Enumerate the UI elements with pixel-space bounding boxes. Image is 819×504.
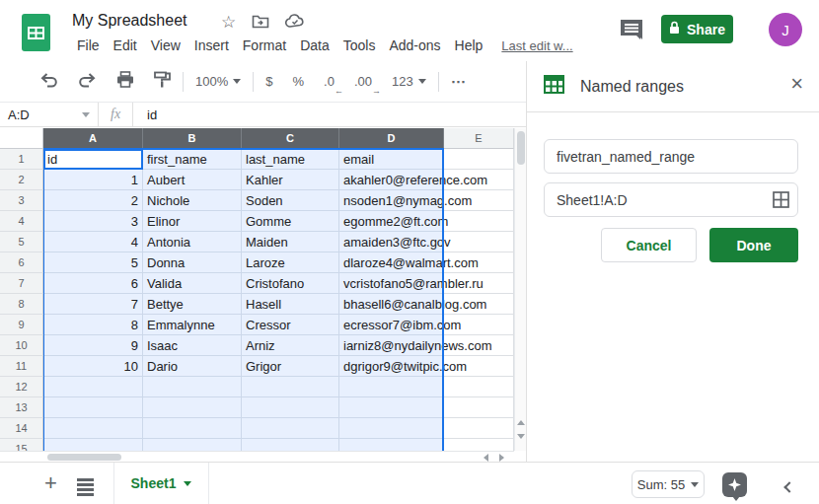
row-header-6[interactable]: 6 — [0, 252, 43, 273]
row-header-10[interactable]: 10 — [0, 335, 43, 356]
vertical-scrollbar-thumb[interactable] — [517, 131, 525, 165]
cell-D6[interactable]: dlaroze4@walmart.com — [339, 252, 444, 273]
cell-E13[interactable] — [444, 397, 514, 418]
row-header-13[interactable]: 13 — [0, 397, 43, 418]
cell-D4[interactable]: egomme2@ft.com — [339, 211, 444, 232]
column-header-A[interactable]: A — [43, 128, 143, 149]
menu-item-file[interactable]: File — [70, 36, 107, 55]
cell-A1[interactable]: id — [43, 149, 143, 170]
cell-B1[interactable]: first_name — [143, 149, 242, 170]
cell-D2[interactable]: akahler0@reference.com — [339, 170, 444, 190]
menu-item-edit[interactable]: Edit — [107, 36, 144, 55]
horizontal-scrollbar[interactable] — [0, 451, 514, 462]
column-header-C[interactable]: C — [242, 128, 339, 149]
cell-D5[interactable]: amaiden3@ftc.gov — [339, 232, 444, 252]
range-name-input[interactable] — [544, 139, 798, 174]
paint-format-icon[interactable] — [154, 71, 171, 92]
cell-A14[interactable] — [43, 418, 143, 439]
cell-D14[interactable] — [339, 418, 444, 439]
cell-D3[interactable]: nsoden1@nymag.com — [339, 190, 444, 211]
cell-D10[interactable]: iarniz8@nydailynews.com — [339, 335, 444, 356]
close-icon[interactable]: × — [790, 73, 803, 95]
row-header-1[interactable]: 1 — [0, 149, 43, 170]
row-header-3[interactable]: 3 — [0, 190, 43, 211]
cell-B8[interactable]: Bettye — [143, 294, 242, 315]
cell-A10[interactable]: 9 — [43, 335, 143, 356]
cell-E14[interactable] — [444, 418, 514, 439]
share-button[interactable]: Share — [661, 15, 733, 43]
last-edit-link[interactable]: Last edit w... — [497, 36, 576, 55]
zoom-select[interactable]: 100% — [195, 74, 241, 89]
column-header-B[interactable]: B — [143, 128, 242, 149]
menu-item-help[interactable]: Help — [448, 36, 490, 55]
name-box[interactable]: A:D — [0, 103, 99, 126]
cell-D13[interactable] — [339, 397, 444, 418]
cell-B13[interactable] — [143, 397, 242, 418]
row-header-9[interactable]: 9 — [0, 315, 43, 335]
cell-C2[interactable]: Kahler — [242, 170, 339, 190]
scroll-up-icon[interactable] — [517, 420, 525, 425]
cell-D9[interactable]: ecressor7@ibm.com — [339, 315, 444, 335]
cell-C6[interactable]: Laroze — [242, 252, 339, 273]
cell-E1[interactable] — [444, 149, 514, 170]
select-data-range-icon[interactable] — [773, 191, 789, 212]
cell-D11[interactable]: dgrigor9@twitpic.com — [339, 356, 444, 377]
undo-icon[interactable] — [39, 72, 58, 92]
cell-B3[interactable]: Nichole — [143, 190, 242, 211]
account-avatar[interactable]: J — [769, 13, 802, 46]
add-sheet-icon[interactable]: + — [44, 470, 57, 496]
cell-C12[interactable] — [242, 377, 339, 397]
row-header-12[interactable]: 12 — [0, 377, 43, 397]
increase-decimal-button[interactable]: .00→ — [354, 74, 372, 89]
sheets-logo-icon[interactable] — [21, 13, 51, 56]
row-header-5[interactable]: 5 — [0, 232, 43, 252]
sum-badge[interactable]: Sum: 55 — [632, 470, 705, 498]
scroll-right-icon[interactable] — [499, 454, 504, 462]
cell-B7[interactable]: Valida — [143, 273, 242, 294]
cell-C11[interactable]: Grigor — [242, 356, 339, 377]
row-header-7[interactable]: 7 — [0, 273, 43, 294]
row-header-8[interactable]: 8 — [0, 294, 43, 315]
cell-B12[interactable] — [143, 377, 242, 397]
explore-button[interactable] — [722, 472, 747, 497]
decrease-decimal-button[interactable]: .0← — [324, 74, 335, 89]
cell-C13[interactable] — [242, 397, 339, 418]
cancel-button[interactable]: Cancel — [601, 228, 697, 262]
cell-D8[interactable]: bhasell6@canalblog.com — [339, 294, 444, 315]
vertical-scrollbar[interactable] — [514, 128, 526, 451]
row-header-14[interactable]: 14 — [0, 418, 43, 439]
cell-C1[interactable]: last_name — [242, 149, 339, 170]
column-header-D[interactable]: D — [339, 128, 444, 149]
cell-E12[interactable] — [444, 377, 514, 397]
cell-A7[interactable]: 6 — [43, 273, 143, 294]
cell-E5[interactable] — [444, 232, 514, 252]
scroll-down-icon[interactable] — [517, 434, 525, 439]
cell-B10[interactable]: Isaac — [143, 335, 242, 356]
cell-A3[interactable]: 2 — [43, 190, 143, 211]
menu-item-insert[interactable]: Insert — [187, 36, 236, 55]
cell-C14[interactable] — [242, 418, 339, 439]
cell-A2[interactable]: 1 — [43, 170, 143, 190]
row-header-4[interactable]: 4 — [0, 211, 43, 232]
cell-D7[interactable]: vcristofano5@rambler.ru — [339, 273, 444, 294]
cell-A9[interactable]: 8 — [43, 315, 143, 335]
move-folder-icon[interactable] — [252, 14, 269, 34]
range-reference-input[interactable] — [544, 182, 798, 217]
cell-B6[interactable]: Donna — [143, 252, 242, 273]
cloud-status-icon[interactable] — [285, 14, 305, 34]
cell-C4[interactable]: Gomme — [242, 211, 339, 232]
format-percent-button[interactable]: % — [292, 74, 304, 89]
cell-B11[interactable]: Dario — [143, 356, 242, 377]
print-icon[interactable] — [116, 71, 134, 92]
cell-B14[interactable] — [143, 418, 242, 439]
cell-A8[interactable]: 7 — [43, 294, 143, 315]
menu-item-addons[interactable]: Add-ons — [382, 36, 447, 55]
menu-item-format[interactable]: Format — [236, 36, 293, 55]
cell-B4[interactable]: Elinor — [143, 211, 242, 232]
redo-icon[interactable] — [78, 72, 97, 92]
horizontal-scrollbar-thumb[interactable] — [47, 454, 121, 461]
cell-C5[interactable]: Maiden — [242, 232, 339, 252]
cell-A4[interactable]: 3 — [43, 211, 143, 232]
cell-B2[interactable]: Aubert — [143, 170, 242, 190]
column-header-E[interactable]: E — [444, 128, 514, 149]
